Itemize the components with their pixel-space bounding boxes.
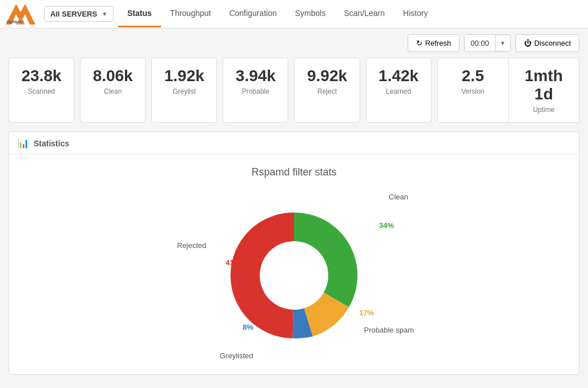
- stat-learned: 1.42k Learned: [366, 58, 432, 123]
- stat-info-group: 2.5 Version 1mth 1d Uptime: [437, 58, 579, 123]
- svg-point-3: [260, 241, 328, 310]
- logo-area: RSPAMD: [6, 4, 35, 25]
- time-dropdown[interactable]: 00:00 ▼: [464, 34, 510, 52]
- stat-greylist-value: 1.92k: [163, 67, 205, 85]
- stat-uptime-value: 1mth 1d: [520, 67, 567, 103]
- stat-clean-value: 8.06k: [92, 67, 134, 85]
- refresh-icon: ↻: [416, 39, 422, 47]
- stat-version-value: 2.5: [449, 67, 497, 85]
- stat-scanned: 23.8k Scanned: [9, 58, 74, 123]
- stats-row: 23.8k Scanned 8.06k Clean 1.92k Greylist…: [0, 58, 588, 131]
- statistics-panel-header: 📊 Statistics: [9, 132, 579, 155]
- greylisted-pct-label: 8%: [243, 323, 253, 331]
- donut-chart: [208, 190, 380, 361]
- stat-uptime: 1mth 1d Uptime: [509, 58, 579, 122]
- action-bar: ↻ Refresh 00:00 ▼ ⏻ Disconnect: [0, 29, 588, 58]
- stat-clean: 8.06k Clean: [80, 58, 146, 123]
- power-icon: ⏻: [524, 39, 531, 47]
- tab-status[interactable]: Status: [118, 1, 161, 27]
- svg-text:RSPAMD: RSPAMD: [7, 20, 24, 24]
- probable-label: Probable spam: [364, 326, 414, 334]
- navbar: RSPAMD All SERVERS ▼ Status Throughput C…: [0, 0, 588, 29]
- tab-symbols[interactable]: Symbols: [286, 1, 335, 27]
- stat-learned-value: 1.42k: [378, 67, 420, 85]
- tab-throughput[interactable]: Throughput: [161, 1, 220, 27]
- server-label: All SERVERS: [50, 10, 97, 18]
- time-value: 00:00: [465, 35, 496, 51]
- chart-area: Rspamd filter stats Clean: [9, 155, 579, 374]
- stat-greylist: 1.92k Greylist: [151, 58, 217, 123]
- bar-chart-icon: 📊: [18, 138, 29, 149]
- time-dropdown-arrow-icon[interactable]: ▼: [496, 36, 510, 50]
- nav-items: All SERVERS ▼ Status Throughput Configur…: [44, 1, 582, 27]
- probable-pct-label: 17%: [359, 309, 374, 317]
- stat-version: 2.5 Version: [438, 58, 509, 122]
- stat-uptime-label: Uptime: [520, 106, 567, 114]
- rspamd-logo: RSPAMD: [6, 4, 35, 25]
- refresh-button[interactable]: ↻ Refresh: [408, 34, 460, 52]
- stat-reject: 9.92k Reject: [294, 58, 360, 123]
- greylisted-label: Greylisted: [220, 351, 253, 360]
- stat-reject-label: Reject: [306, 87, 348, 95]
- clean-pct-label: 34%: [379, 221, 394, 230]
- clean-label: Clean: [389, 193, 408, 201]
- server-dropdown[interactable]: All SERVERS ▼: [44, 6, 114, 22]
- stat-scanned-label: Scanned: [21, 87, 62, 95]
- tab-history[interactable]: History: [394, 1, 437, 27]
- statistics-panel: 📊 Statistics Rspamd filter stats: [9, 131, 579, 375]
- stat-probable-label: Probable: [235, 87, 276, 95]
- disconnect-button[interactable]: ⏻ Disconnect: [515, 34, 579, 52]
- stat-probable: 3.94k Probable: [223, 58, 288, 123]
- stat-scanned-value: 23.8k: [21, 67, 62, 85]
- tab-configuration[interactable]: Configuration: [220, 1, 285, 27]
- stat-learned-label: Learned: [378, 87, 420, 95]
- stat-version-label: Version: [449, 87, 497, 95]
- dropdown-arrow-icon: ▼: [102, 11, 107, 17]
- stat-probable-value: 3.94k: [235, 67, 276, 85]
- stat-greylist-label: Greylist: [163, 87, 205, 95]
- tab-scan-learn[interactable]: Scan/Learn: [335, 1, 394, 27]
- stat-clean-label: Clean: [92, 87, 134, 95]
- rejected-pct-label: 41%: [225, 258, 240, 267]
- chart-title: Rspamd filter stats: [251, 166, 336, 178]
- rejected-label: Rejected: [177, 241, 206, 250]
- donut-wrapper: Clean 34% Probable spam 17% Greylisted 8…: [208, 190, 380, 363]
- stat-reject-value: 9.92k: [306, 67, 348, 85]
- statistics-panel-title: Statistics: [34, 139, 69, 148]
